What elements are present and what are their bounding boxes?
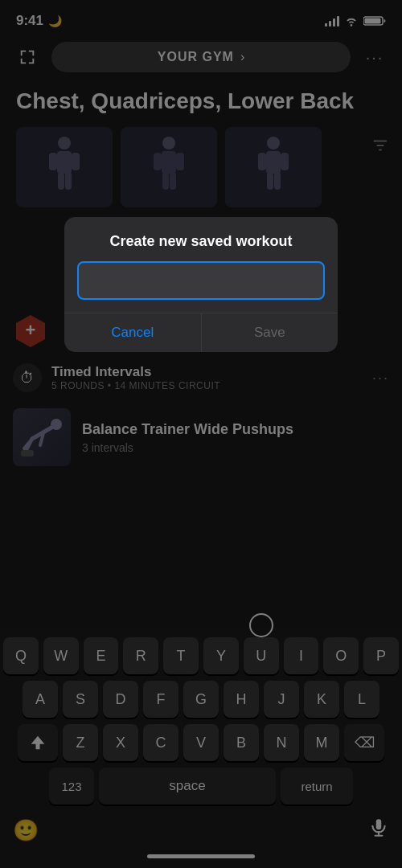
dialog-buttons: Cancel Save [64, 313, 338, 352]
dialog-title: Create new saved workout [64, 217, 338, 261]
dialog-overlay [0, 0, 402, 868]
create-workout-dialog: Create new saved workout Cancel Save [64, 217, 338, 352]
workout-name-input[interactable] [77, 261, 325, 300]
cancel-button[interactable]: Cancel [64, 313, 202, 352]
dialog-input-wrapper [77, 261, 325, 300]
save-button[interactable]: Save [202, 313, 338, 352]
